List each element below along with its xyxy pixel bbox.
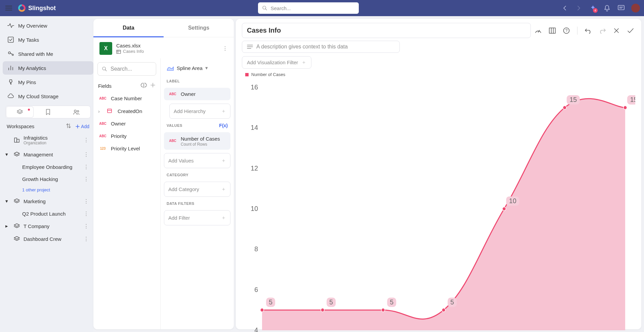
add-category-drop[interactable]: Add Category＋ xyxy=(164,182,230,197)
field-case-number[interactable]: ABCCase Number xyxy=(93,92,160,105)
workspace-infragistics[interactable]: InfragisticsOrganization ⋮ xyxy=(3,132,93,148)
help-icon[interactable]: ? xyxy=(562,26,571,35)
viz-type-selector[interactable]: Spline Area ▾ xyxy=(164,62,230,74)
svg-text:12: 12 xyxy=(251,164,258,172)
svg-rect-34 xyxy=(108,109,112,113)
chevron-right-icon[interactable]: › xyxy=(98,108,101,114)
user-avatar[interactable] xyxy=(631,4,640,12)
more-icon[interactable]: ⋮ xyxy=(82,236,91,242)
add-field-icon[interactable] xyxy=(150,82,156,89)
datasource-more-icon[interactable]: ⋮ xyxy=(222,45,228,52)
nav-back-icon[interactable] xyxy=(561,4,569,12)
workspace-tcompany[interactable]: ▸ T Company ⋮ xyxy=(3,220,93,232)
data-panel: Data Settings X Cases.xlsx Cases Info ⋮ … xyxy=(93,19,234,329)
more-icon[interactable]: ⋮ xyxy=(82,198,91,204)
redo-icon[interactable] xyxy=(598,26,607,35)
ws-tab-bookmark[interactable] xyxy=(35,107,61,117)
field-owner[interactable]: ABCOwner xyxy=(93,117,160,130)
brand-logo[interactable]: Slingshot xyxy=(18,4,56,12)
field-priority[interactable]: ABCPriority xyxy=(93,130,160,142)
project-employee-onboarding[interactable]: Employee Onboarding⋮ xyxy=(3,161,93,173)
add-workspace-button[interactable]: Add xyxy=(76,124,89,129)
svg-text:6: 6 xyxy=(254,286,258,293)
label-chip-owner[interactable]: ABCOwner xyxy=(164,88,230,100)
project-q2-launch[interactable]: Q2 Product Launch⋮ xyxy=(3,208,93,219)
chevron-right-icon[interactable]: ▸ xyxy=(5,223,10,229)
more-icon[interactable]: ⋮ xyxy=(79,211,93,217)
workspace-management[interactable]: ▾ Management ⋮ xyxy=(3,148,93,160)
chevron-down-icon[interactable]: ▾ xyxy=(5,151,10,157)
svg-line-31 xyxy=(105,70,106,71)
svg-text:10: 10 xyxy=(509,197,516,205)
sidebar-item-label: My Analytics xyxy=(18,65,46,71)
more-projects-link[interactable]: 1 other project xyxy=(3,185,93,194)
chevron-down-icon[interactable]: ▾ xyxy=(5,198,10,204)
add-filter-drop[interactable]: Add Filter＋ xyxy=(164,210,230,225)
sort-icon[interactable] xyxy=(66,123,71,130)
sidebar-item-tasks[interactable]: My Tasks xyxy=(3,33,93,46)
layers-icon xyxy=(13,151,20,158)
confirm-icon[interactable] xyxy=(626,26,635,35)
table-icon[interactable] xyxy=(548,26,557,35)
svg-text:16: 16 xyxy=(251,83,258,91)
sidebar-item-shared[interactable]: Shared with Me xyxy=(3,47,93,61)
bell-icon[interactable] xyxy=(603,4,611,12)
svg-text:5: 5 xyxy=(269,298,272,306)
chart-description-input[interactable]: A description gives context to this data xyxy=(242,41,400,53)
more-icon[interactable]: ⋮ xyxy=(82,223,91,229)
svg-point-66 xyxy=(502,207,506,211)
ws-tab-layers[interactable] xyxy=(6,107,33,117)
more-icon[interactable]: ⋮ xyxy=(79,176,93,182)
chart-title-input[interactable]: Cases Info xyxy=(242,23,531,38)
datasource-row[interactable]: X Cases.xlsx Cases Info ⋮ xyxy=(93,37,234,58)
excel-icon: X xyxy=(99,42,112,55)
svg-point-15 xyxy=(74,110,76,112)
cloud-icon xyxy=(7,93,14,100)
add-hierarchy-drop[interactable]: Add Hierarchy＋ xyxy=(169,104,230,119)
sidebar-item-label: My Tasks xyxy=(18,37,39,43)
fx-button[interactable]: F(x) xyxy=(219,123,228,128)
ws-tab-people[interactable] xyxy=(63,107,90,117)
svg-point-63 xyxy=(442,308,445,312)
svg-rect-27 xyxy=(117,50,121,53)
svg-marker-26 xyxy=(14,236,19,239)
section-values: VALUES xyxy=(164,122,185,129)
ai-sparkle-icon[interactable]: 4 xyxy=(589,4,597,12)
svg-rect-22 xyxy=(17,139,19,142)
add-viz-filter-button[interactable]: Add Visualization Filter ＋ xyxy=(242,56,311,69)
sidebar-item-analytics[interactable]: My Analytics xyxy=(3,61,93,75)
field-created-on[interactable]: ›CreatedOn xyxy=(93,105,160,117)
gauge-icon[interactable] xyxy=(533,26,543,35)
fields-search-input[interactable]: Search... xyxy=(97,62,156,76)
sidebar-item-overview[interactable]: My Overview xyxy=(3,19,93,32)
more-icon[interactable]: ⋮ xyxy=(82,137,91,143)
search-icon xyxy=(102,66,107,72)
calendar-icon xyxy=(105,108,114,114)
sidebar-item-pins[interactable]: My Pins xyxy=(3,75,93,89)
tab-settings[interactable]: Settings xyxy=(164,19,234,37)
value-chip-number-of-cases[interactable]: ABC Number of CasesCount of Rows xyxy=(164,132,230,150)
hamburger-menu-icon[interactable] xyxy=(4,3,13,13)
workspace-marketing[interactable]: ▾ Marketing ⋮ xyxy=(3,195,93,207)
sidebar-item-cloud[interactable]: My Cloud Storage xyxy=(3,89,93,103)
workspace-view-tabs xyxy=(5,106,91,118)
svg-text:10: 10 xyxy=(251,205,258,212)
svg-point-57 xyxy=(321,308,325,312)
more-icon[interactable]: ⋮ xyxy=(82,151,91,157)
search-placeholder: Search... xyxy=(271,5,291,11)
brain-icon[interactable] xyxy=(141,82,147,89)
more-icon[interactable]: ⋮ xyxy=(79,164,93,170)
add-values-drop[interactable]: Add Values＋ xyxy=(164,153,230,168)
close-icon[interactable] xyxy=(612,26,621,35)
chat-icon[interactable] xyxy=(617,4,625,12)
undo-icon[interactable] xyxy=(584,26,593,35)
svg-point-9 xyxy=(8,52,10,54)
global-search-input[interactable]: Search... xyxy=(258,2,359,14)
tab-data[interactable]: Data xyxy=(93,19,164,37)
chevron-down-icon: ▾ xyxy=(205,65,208,71)
workspace-dashboard-crew[interactable]: Dashboard Crew ⋮ xyxy=(3,233,93,245)
project-growth-hacking[interactable]: Growth Hacking⋮ xyxy=(3,173,93,185)
nav-forward-icon[interactable] xyxy=(575,4,583,12)
plus-icon: ＋ xyxy=(301,59,306,66)
field-priority-level[interactable]: 123Priority Level xyxy=(93,142,160,155)
